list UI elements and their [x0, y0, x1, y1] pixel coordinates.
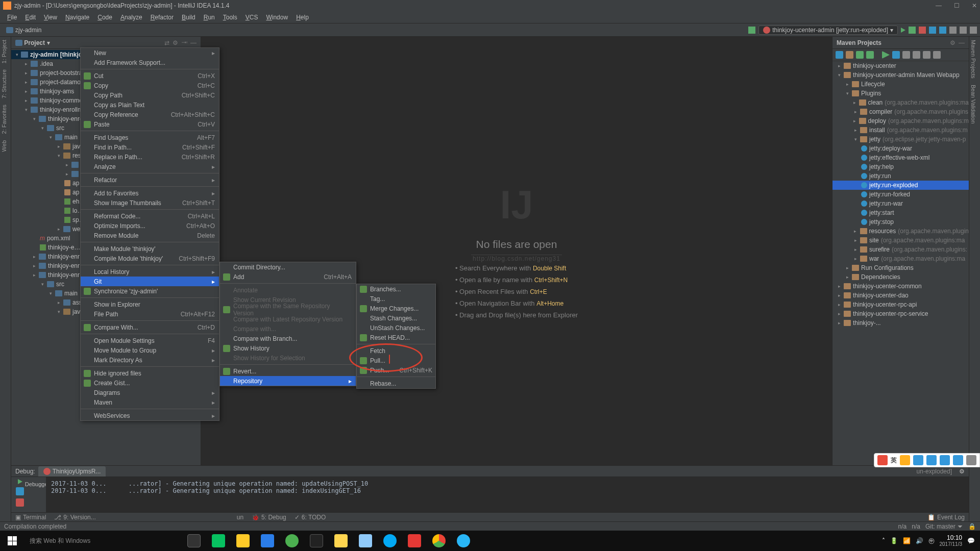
- collapse-all-icon[interactable]: [923, 51, 930, 59]
- menu-item-copy-reference[interactable]: Copy ReferenceCtrl+Alt+Shift+C: [81, 110, 219, 119]
- menu-item-make-module-thinkjoy[interactable]: Make Module 'thinkjoy': [81, 244, 219, 254]
- maven-node[interactable]: jetty:run-exploded: [832, 181, 969, 190]
- menu-item-show-in-explorer[interactable]: Show in Explorer: [81, 299, 219, 309]
- tab-bean-validation[interactable]: Bean Validation: [969, 82, 977, 127]
- menu-item-git[interactable]: Git▸: [81, 277, 219, 286]
- maven-node[interactable]: ▸compiler (org.apache.maven.plugins: [832, 107, 969, 116]
- collapse-icon[interactable]: ⭲: [181, 39, 187, 46]
- menu-item-revert[interactable]: Revert...: [220, 366, 356, 376]
- menu-item-create-gist[interactable]: Create Gist...: [81, 378, 219, 388]
- maven-node[interactable]: jetty:effective-web-xml: [832, 153, 969, 162]
- menu-item-push[interactable]: Push...Ctrl+Shift+K: [357, 365, 435, 375]
- menu-item-webservices[interactable]: WebServices▸: [81, 411, 219, 420]
- menu-item-synchronize-zjy-admin[interactable]: Synchronize 'zjy-admin': [81, 286, 219, 296]
- gear-icon[interactable]: ⚙: [950, 39, 955, 46]
- system-tray[interactable]: ˄ 🔋 📶 🔊 ㊥ 10:10 2017/11/3 💬: [882, 535, 981, 547]
- menu-item-local-history[interactable]: Local History▸: [81, 267, 219, 277]
- maven-tree[interactable]: ▸thinkjoy-ucenter▾thinkjoy-ucenter-admin…: [832, 61, 969, 328]
- maven-node[interactable]: jetty:run: [832, 171, 969, 181]
- execute-icon[interactable]: [892, 51, 900, 59]
- qq-browser-icon[interactable]: [379, 531, 401, 551]
- maven-node[interactable]: ▾jetty (org.eclipse.jetty:jetty-maven-p: [832, 135, 969, 144]
- debug-button[interactable]: [909, 27, 916, 34]
- maven-node[interactable]: ▸resources (org.apache.maven.plugin: [832, 227, 969, 236]
- close-button[interactable]: ✕: [972, 2, 977, 9]
- download-icon[interactable]: [856, 51, 864, 59]
- menu-item-add[interactable]: AddCtrl+Alt+A: [220, 272, 356, 282]
- menu-item-find-in-path[interactable]: Find in Path...Ctrl+Shift+F: [81, 142, 219, 152]
- menu-item-mark-directory-as[interactable]: Mark Directory As▸: [81, 355, 219, 365]
- menu-item-hide-ignored-files[interactable]: Hide ignored files: [81, 368, 219, 378]
- tab-event-log[interactable]: 📋 Event Log: [923, 514, 969, 521]
- menu-help[interactable]: Help: [292, 13, 313, 22]
- menu-item-merge-changes[interactable]: Merge Changes...: [357, 304, 435, 313]
- menu-item-cut[interactable]: CutCtrl+X: [81, 71, 219, 81]
- ime-voice-icon[interactable]: [913, 455, 923, 465]
- menu-run[interactable]: Run: [200, 13, 219, 22]
- menu-item-reset-head[interactable]: Reset HEAD...: [357, 333, 435, 342]
- start-button[interactable]: [0, 531, 24, 551]
- maven-node[interactable]: ▸war (org.apache.maven.plugins:ma: [832, 254, 969, 263]
- maven-node[interactable]: ▸clean (org.apache.maven.plugins:ma: [832, 98, 969, 107]
- toggle-offline-icon[interactable]: [902, 51, 910, 59]
- wechat-icon[interactable]: [207, 531, 230, 551]
- tab-version-control[interactable]: ⎇ 9: Version...: [50, 514, 100, 521]
- maven-node[interactable]: ▸site (org.apache.maven.plugins:ma: [832, 236, 969, 245]
- tab-terminal[interactable]: ▣ Terminal: [11, 514, 50, 521]
- browser-360-icon[interactable]: [281, 531, 303, 551]
- show-deps-icon[interactable]: [913, 51, 920, 59]
- menu-file[interactable]: File: [3, 13, 21, 22]
- tab-debug[interactable]: 🐞 5: Debug: [248, 514, 290, 521]
- menu-item-tag[interactable]: Tag...: [357, 294, 435, 304]
- ime-tools-icon[interactable]: [966, 455, 976, 465]
- stop-button[interactable]: [919, 27, 926, 34]
- vcs-update-icon[interactable]: [929, 27, 936, 34]
- maven-node[interactable]: ▸thinkjoy-ucenter-rpc-service: [832, 309, 969, 318]
- project-structure-icon[interactable]: [949, 27, 957, 34]
- minimize-button[interactable]: —: [936, 2, 942, 9]
- menu-analyze[interactable]: Analyze: [116, 13, 146, 22]
- menu-item-pull[interactable]: Pull...: [357, 356, 435, 365]
- gear-icon[interactable]: ⚙: [173, 39, 178, 46]
- maven-node[interactable]: ▸Lifecycle: [832, 80, 969, 89]
- foxit-icon[interactable]: [403, 531, 426, 551]
- menu-refactor[interactable]: Refactor: [146, 13, 178, 22]
- console-output[interactable]: 2017-11-03 0... ...rator] - Generating u…: [46, 477, 969, 512]
- stop-icon[interactable]: [16, 498, 24, 507]
- ime-toolbar[interactable]: 英: [874, 453, 980, 467]
- maven-node[interactable]: ▸thinkjoy-ucenter-rpc-api: [832, 300, 969, 309]
- taskview-icon[interactable]: [183, 531, 205, 551]
- menu-item-reformat-code[interactable]: Reformat Code...Ctrl+Alt+L: [81, 211, 219, 221]
- make-icon[interactable]: [748, 27, 755, 34]
- tab-run[interactable]: un: [233, 514, 248, 521]
- notepad-icon[interactable]: [354, 531, 377, 551]
- maximize-button[interactable]: ☐: [954, 2, 960, 9]
- explorer-icon[interactable]: [232, 531, 254, 551]
- tray-time[interactable]: 10:10: [940, 535, 963, 541]
- reimport-icon[interactable]: [836, 51, 843, 59]
- maven-node[interactable]: ▸Run Configurations: [832, 263, 969, 272]
- menu-item-open-module-settings[interactable]: Open Module SettingsF4: [81, 336, 219, 345]
- scroll-to-source-icon[interactable]: ⇄: [164, 39, 169, 46]
- menu-item-copy-path[interactable]: Copy PathCtrl+Shift+C: [81, 90, 219, 100]
- maven-node[interactable]: ▸install (org.apache.maven.plugins:m: [832, 126, 969, 135]
- taskbar-search[interactable]: 搜索 Web 和 Windows: [24, 537, 173, 545]
- tab-project[interactable]: 1: Project: [0, 37, 8, 66]
- sogou-icon[interactable]: [877, 455, 888, 465]
- tray-chevron[interactable]: ˄: [882, 537, 885, 544]
- menu-item-commit-directory[interactable]: Commit Directory...: [220, 262, 356, 272]
- maven-node[interactable]: ▸deploy (org.apache.maven.plugins:m: [832, 116, 969, 126]
- tab-web[interactable]: Web: [0, 137, 8, 155]
- menu-edit[interactable]: Edit: [21, 13, 40, 22]
- menu-item-add-framework-support[interactable]: Add Framework Support...: [81, 58, 219, 67]
- menu-code[interactable]: Code: [93, 13, 116, 22]
- maven-node[interactable]: jetty:deploy-war: [832, 144, 969, 153]
- menu-item-copy-as-plain-text[interactable]: Copy as Plain Text: [81, 100, 219, 110]
- debug-settings-icon[interactable]: ⚙: [959, 468, 965, 475]
- menu-item-repository[interactable]: Repository▸: [220, 376, 356, 386]
- status-git-branch[interactable]: Git: master ⏷: [925, 523, 963, 530]
- menu-item-copy[interactable]: CopyCtrl+C: [81, 81, 219, 90]
- menu-navigate[interactable]: Navigate: [61, 13, 93, 22]
- hide-icon[interactable]: —: [190, 39, 197, 46]
- tray-network-icon[interactable]: 📶: [903, 537, 911, 544]
